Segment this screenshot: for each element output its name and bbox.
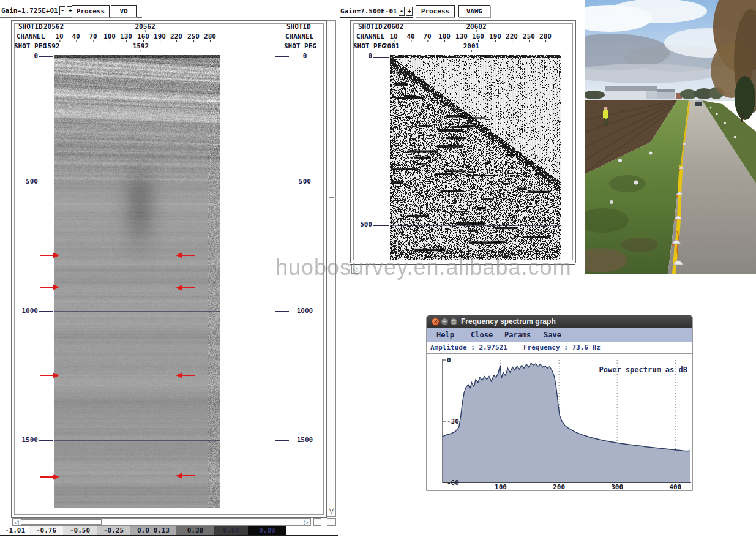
shotpeg-value: 1592 bbox=[43, 43, 60, 50]
channel-tick-label: 40 bbox=[72, 33, 80, 40]
channel-tick-label: 130 bbox=[120, 33, 132, 40]
shotid-value: 20562 bbox=[43, 23, 64, 31]
colorbar-segment: 0.0 0.13 bbox=[130, 526, 176, 536]
frequency-readout: Frequency : 73.6 Hz bbox=[523, 344, 601, 351]
time-axis-label: 0 bbox=[353, 53, 372, 60]
channel-tick-label: 160 bbox=[137, 33, 149, 40]
channel-tick-label: 100 bbox=[103, 33, 116, 40]
colorbar-segment: -0.25 bbox=[97, 526, 130, 536]
red-arrow-right-icon bbox=[39, 283, 60, 291]
shotid-center-value: 20602 bbox=[466, 23, 486, 31]
scrollbar-thumb[interactable] bbox=[21, 519, 102, 525]
colorbar-segment: 0.89 bbox=[248, 526, 286, 536]
toolbar-underline bbox=[340, 18, 575, 18]
power-spectrum-annotation: Power spectrum as dB bbox=[565, 366, 687, 374]
gain-increase-button[interactable]: + bbox=[406, 7, 413, 16]
tick-mark bbox=[39, 182, 53, 182]
shotpeg-label-right: SHOT_PEG bbox=[284, 43, 316, 50]
tick-mark bbox=[275, 56, 289, 57]
close-icon[interactable]: ✕ bbox=[432, 318, 440, 326]
channel-tick-label: 130 bbox=[455, 33, 468, 40]
channel-label-right: CHANNEL bbox=[285, 33, 313, 40]
tick-mark bbox=[373, 225, 389, 226]
shotid-label-right: SHOTID bbox=[286, 23, 311, 31]
channel-tick-label: 250 bbox=[187, 33, 200, 40]
tick-mark bbox=[275, 182, 289, 182]
amplitude-readout: Amplitude : 2.97521 bbox=[430, 344, 507, 351]
red-arrow-left-icon bbox=[175, 371, 196, 380]
divider bbox=[0, 535, 338, 536]
gain-value: Gain=1.725E+01 bbox=[1, 7, 58, 15]
colorbar-segment: 0.38 bbox=[176, 526, 214, 536]
gain-value: Gain=7.500E-01 bbox=[340, 8, 397, 15]
channel-tick-label: 190 bbox=[154, 33, 166, 40]
gain-decrease-button[interactable]: - bbox=[59, 6, 66, 15]
time-axis-label-right: 1000 bbox=[294, 307, 316, 315]
amplitude-colorbar: -0.76-0.50-0.250.0 0.130.380.640.89 bbox=[29, 526, 286, 536]
time-axis-label-right: 0 bbox=[294, 53, 316, 60]
svg-text:300: 300 bbox=[611, 483, 623, 490]
svg-text:-60: -60 bbox=[447, 479, 459, 487]
colorbar-min-label: -1.01 bbox=[5, 527, 25, 535]
spectrum-titlebar[interactable]: ✕ − ▢ Frequency spectrum graph bbox=[427, 315, 692, 328]
seismic-processing-desktop: Gain=1.725E+01 - + Process VD SHOTID 205… bbox=[0, 0, 756, 537]
tick-mark bbox=[39, 311, 53, 312]
colorbar-segment: -0.76 bbox=[29, 526, 63, 536]
channel-tick-label: 250 bbox=[523, 33, 535, 40]
minimize-icon[interactable]: − bbox=[441, 318, 449, 326]
time-grid-line bbox=[54, 311, 220, 312]
scroll-down-icon[interactable]: ⋁ bbox=[328, 508, 335, 514]
maximize-icon[interactable]: ▢ bbox=[450, 318, 458, 326]
shotpeg-label: SHOT_PEG bbox=[14, 43, 47, 50]
tick-mark bbox=[373, 57, 389, 58]
shotid-label: SHOTID bbox=[18, 23, 43, 31]
svg-text:-30: -30 bbox=[447, 418, 459, 426]
channel-tick-label: 70 bbox=[423, 33, 431, 40]
process-button-right[interactable]: Process bbox=[416, 5, 455, 17]
shotpeg-center-value: 1592 bbox=[133, 43, 149, 50]
display-mode-button-left[interactable]: VD bbox=[111, 5, 137, 17]
tick-mark bbox=[39, 440, 53, 441]
time-grid-line bbox=[54, 182, 220, 182]
watermark: huobosurvey.en.alibaba.com bbox=[275, 255, 572, 280]
channel-tick-label: 220 bbox=[506, 33, 518, 40]
gain-display-left: Gain=1.725E+01 - + bbox=[1, 5, 73, 17]
display-mode-button-right[interactable]: VAWG bbox=[458, 5, 490, 17]
time-axis-label: 1000 bbox=[12, 307, 38, 315]
red-arrow-right-icon bbox=[39, 251, 60, 260]
window-title: Frequency spectrum graph bbox=[461, 317, 556, 326]
time-grid-line bbox=[390, 225, 561, 226]
shotid-label: SHOTID bbox=[358, 23, 383, 31]
colorbar-segment: -0.50 bbox=[63, 526, 97, 536]
channel-tick-label: 280 bbox=[539, 33, 552, 40]
svg-text:100: 100 bbox=[495, 483, 507, 490]
time-grid-line bbox=[54, 440, 220, 441]
menu-item-params[interactable]: Params bbox=[504, 331, 531, 339]
spectrum-menubar: Help Close Params Save bbox=[427, 328, 692, 342]
time-axis-label-right: 1500 bbox=[294, 437, 316, 444]
channel-label: CHANNEL bbox=[17, 33, 45, 40]
process-button-left[interactable]: Process bbox=[72, 5, 110, 17]
red-arrow-left-icon bbox=[175, 284, 196, 292]
time-axis-label: 500 bbox=[12, 178, 38, 186]
channel-tick-label: 160 bbox=[472, 33, 484, 40]
time-axis-label: 500 bbox=[353, 221, 372, 228]
menu-item-help[interactable]: Help bbox=[436, 331, 454, 339]
time-axis-label: 1500 bbox=[12, 437, 38, 444]
svg-text:0: 0 bbox=[447, 356, 451, 364]
menu-item-save[interactable]: Save bbox=[544, 331, 561, 339]
svg-text:200: 200 bbox=[553, 483, 565, 490]
shotpeg-value: 2001 bbox=[383, 43, 400, 50]
colorbar-segment: 0.64 bbox=[214, 526, 248, 536]
menu-item-close[interactable]: Close bbox=[471, 331, 493, 339]
toolbar-underline bbox=[0, 17, 142, 18]
gain-decrease-button[interactable]: - bbox=[399, 7, 405, 16]
divider bbox=[0, 525, 338, 525]
channel-tick-label: 70 bbox=[89, 33, 97, 40]
channel-tick-label: 10 bbox=[389, 33, 397, 40]
gain-display-right: Gain=7.500E-01 - + bbox=[340, 6, 413, 18]
red-arrow-right-icon bbox=[39, 473, 60, 481]
svg-text:400: 400 bbox=[669, 483, 681, 490]
scrollbar-thumb[interactable] bbox=[329, 23, 334, 198]
time-axis-label-right: 500 bbox=[294, 178, 316, 186]
